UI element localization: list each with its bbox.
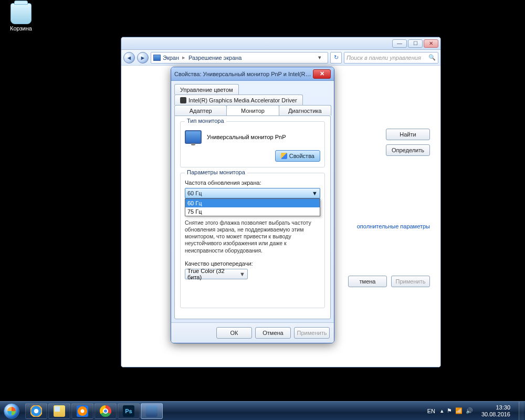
nav-forward-button[interactable]: ► <box>137 52 149 64</box>
detect-button[interactable]: Определить <box>386 144 430 156</box>
taskbar-item-photoshop[interactable]: Ps <box>118 403 140 419</box>
color-quality-value: True Color (32 бита) <box>187 268 239 280</box>
recycle-bin-label: Корзина <box>5 25 37 32</box>
search-placeholder: Поиск в панели управления <box>346 55 421 61</box>
clock[interactable]: 13:30 30.08.2016 <box>478 403 513 418</box>
cancel-button[interactable]: Отмена <box>255 327 291 339</box>
ok-button[interactable]: ОК <box>216 327 252 339</box>
monitor-icon <box>153 55 161 61</box>
close-button[interactable]: ✕ <box>424 39 438 48</box>
tabstrip: Управление цветом Intel(R) Graphics Medi… <box>174 84 331 116</box>
windows-orb-icon <box>4 403 19 419</box>
nav-back-button[interactable]: ◄ <box>123 52 135 64</box>
minimize-button[interactable]: — <box>392 39 407 48</box>
window-titlebar[interactable]: — ☐ ✕ <box>121 37 440 50</box>
tab-monitor[interactable]: Монитор <box>226 105 279 116</box>
chrome-icon <box>100 405 111 417</box>
refresh-rate-selected: 60 Гц <box>187 190 202 196</box>
start-button[interactable] <box>0 402 23 421</box>
tab-color-management[interactable]: Управление цветом <box>174 84 239 94</box>
recycle-bin[interactable]: Корзина <box>5 3 37 32</box>
apply-button: Применить <box>391 276 430 287</box>
color-quality-label: Качество цветопередачи: <box>185 260 320 267</box>
network-icon[interactable]: 📶 <box>455 407 463 414</box>
monitor-icon <box>185 130 202 144</box>
find-button[interactable]: Найти <box>386 129 430 140</box>
search-input[interactable]: Поиск в панели управления 🔍 <box>344 52 438 64</box>
monitor-properties-button[interactable]: Свойства <box>275 150 320 162</box>
taskbar-item-explorer[interactable] <box>48 403 70 419</box>
dialog-button-row: ОК Отмена Применить <box>171 322 334 343</box>
language-indicator[interactable]: EN <box>427 408 435 414</box>
dialog-titlebar[interactable]: Свойства: Универсальный монитор PnP и In… <box>171 67 334 81</box>
chevron-down-icon: ▼ <box>312 190 318 196</box>
show-desktop-button[interactable] <box>519 402 524 421</box>
shield-icon <box>281 153 287 159</box>
breadcrumb-item-1[interactable]: Экран <box>163 55 179 61</box>
hide-modes-help-text: Снятие этого флажка позволяет выбрать ча… <box>185 219 320 254</box>
refresh-button[interactable]: ↻ <box>330 52 342 64</box>
taskbar-item-ie[interactable] <box>25 403 47 419</box>
chevron-right-icon: ▸ <box>182 54 185 61</box>
monitor-properties-dialog: Свойства: Универсальный монитор PnP и In… <box>171 67 334 343</box>
photoshop-icon: Ps <box>123 405 134 417</box>
control-panel-icon <box>146 405 158 417</box>
breadcrumb-item-2[interactable]: Разрешение экрана <box>188 55 242 61</box>
address-bar: ◄ ► Экран ▸ Разрешение экрана ▾ ↻ Поиск … <box>121 50 440 66</box>
clock-time: 13:30 <box>481 404 510 411</box>
recycle-bin-icon <box>10 3 32 24</box>
monitor-type-group: Тип монитора Универсальный монитор PnP С… <box>180 121 325 167</box>
advanced-settings-link[interactable]: ополнительные параметры <box>357 223 430 229</box>
volume-icon[interactable]: 🔊 <box>466 407 473 414</box>
taskbar-item-chrome[interactable] <box>94 403 117 419</box>
breadcrumb[interactable]: Экран ▸ Разрешение экрана ▾ <box>151 52 328 64</box>
dialog-close-button[interactable]: ✕ <box>313 69 331 79</box>
refresh-rate-label: Частота обновления экрана: <box>185 180 320 186</box>
tab-panel-monitor: Тип монитора Универсальный монитор PnP С… <box>174 116 331 319</box>
ie-icon <box>30 405 42 417</box>
group-title-params: Параметры монитора <box>185 169 247 175</box>
chevron-down-icon: ▼ <box>239 271 245 277</box>
refresh-rate-list: 60 Гц 75 Гц <box>185 198 320 216</box>
tray-chevron-up-icon[interactable]: ▴ <box>440 407 444 414</box>
monitor-params-group: Параметры монитора Частота обновления эк… <box>180 173 325 308</box>
maximize-button[interactable]: ☐ <box>408 39 423 48</box>
tab-diagnostics[interactable]: Диагностика <box>279 105 331 116</box>
color-quality-dropdown[interactable]: True Color (32 бита) ▼ <box>185 269 248 279</box>
taskbar-item-control-panel[interactable] <box>141 403 163 419</box>
group-title-type: Тип монитора <box>185 118 226 124</box>
taskbar: Ps EN ▴ ⚑ 📶 🔊 13:30 30.08.2016 <box>0 401 525 420</box>
system-tray: EN ▴ ⚑ 📶 🔊 13:30 30.08.2016 <box>427 402 525 421</box>
search-icon: 🔍 <box>428 54 436 61</box>
breadcrumb-dropdown[interactable]: ▾ <box>318 54 326 61</box>
flag-icon[interactable]: ⚑ <box>447 407 452 414</box>
refresh-option-75[interactable]: 75 Гц <box>185 207 320 216</box>
dialog-title: Свойства: Универсальный монитор PnP и In… <box>174 71 313 77</box>
apply-button: Применить <box>294 327 330 339</box>
clock-date: 30.08.2016 <box>481 411 510 417</box>
intel-icon <box>180 97 186 103</box>
tab-adapter[interactable]: Адаптер <box>174 105 227 116</box>
tab-intel-driver[interactable]: Intel(R) Graphics Media Accelerator Driv… <box>174 94 303 105</box>
media-player-icon <box>77 405 88 417</box>
taskbar-item-media-player[interactable] <box>71 403 93 419</box>
refresh-rate-dropdown[interactable]: 60 Гц ▼ 60 Гц 75 Гц <box>185 188 320 198</box>
explorer-icon <box>54 405 65 417</box>
refresh-option-60[interactable]: 60 Гц <box>185 199 320 207</box>
cancel-button[interactable]: тмена <box>348 276 387 287</box>
monitor-name: Универсальный монитор PnP <box>207 134 286 140</box>
